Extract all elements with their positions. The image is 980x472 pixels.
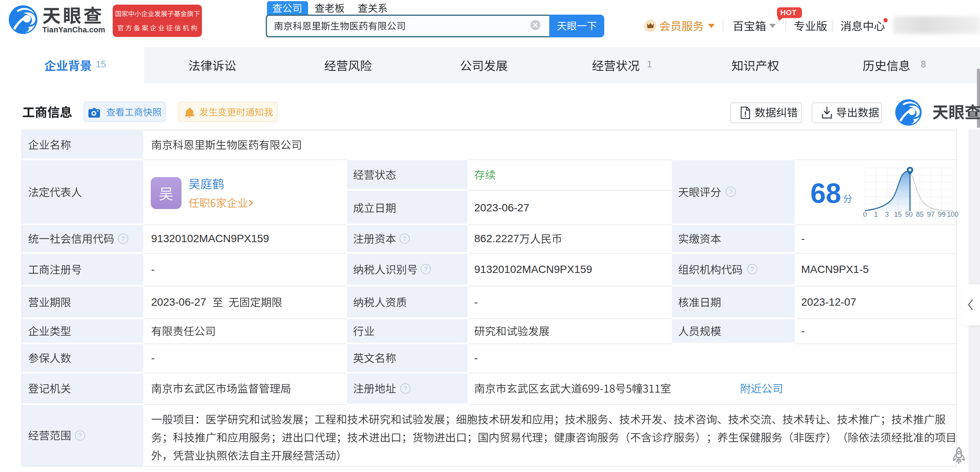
svg-text:?: ? bbox=[122, 236, 125, 242]
svg-text:?: ? bbox=[729, 189, 733, 195]
svg-text:?: ? bbox=[751, 266, 754, 273]
svg-text:?: ? bbox=[424, 266, 428, 273]
svg-text:?: ? bbox=[78, 432, 82, 439]
svg-text:?: ? bbox=[403, 236, 407, 242]
svg-text:?: ? bbox=[404, 385, 407, 392]
